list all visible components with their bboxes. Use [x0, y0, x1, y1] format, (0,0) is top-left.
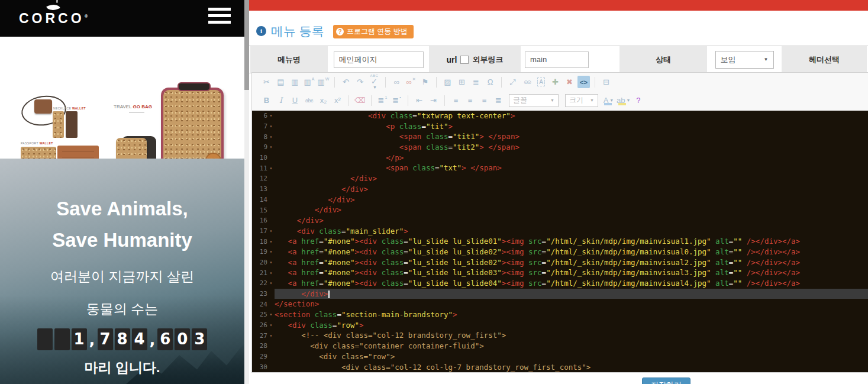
- code-line-9[interactable]: 9▾ <span class="tit2"> </span>: [252, 142, 868, 153]
- fold-arrow-icon[interactable]: ▾: [267, 166, 275, 171]
- code-line-15[interactable]: 15 </div>: [252, 205, 868, 215]
- special-character-icon[interactable]: Ω: [484, 76, 496, 88]
- cut-icon[interactable]: ✂: [260, 76, 273, 88]
- maximize-icon[interactable]: ⤢: [506, 76, 519, 88]
- print-icon[interactable]: ⊟: [600, 76, 612, 88]
- align-right-icon[interactable]: ≡: [478, 94, 491, 107]
- code-line-20[interactable]: 20▾ <a href="#none"><div class="lu_slide…: [252, 257, 868, 268]
- link-icon[interactable]: ∞: [391, 76, 403, 88]
- url-input[interactable]: [525, 51, 589, 68]
- external-link-checkbox[interactable]: [460, 56, 469, 64]
- code-line-13[interactable]: 13 </div>: [252, 184, 868, 195]
- undo-icon[interactable]: ↶: [340, 76, 352, 88]
- fold-arrow-icon[interactable]: ▾: [267, 113, 275, 118]
- program-link-help-button[interactable]: ? 프로그램 연동 방법: [333, 25, 414, 38]
- fold-arrow-icon[interactable]: ▾: [267, 270, 275, 276]
- status-label-cell: 상태: [618, 46, 708, 73]
- leather-wallet: [66, 111, 78, 138]
- code-line-30[interactable]: 30 <div class="col-12 col-lg-7 brandstor…: [252, 362, 868, 373]
- fold-arrow-icon[interactable]: ▾: [267, 333, 275, 338]
- underline-icon[interactable]: U: [289, 94, 301, 107]
- code-line-28[interactable]: 28 <div class="container container-fluid…: [252, 341, 868, 351]
- code-line-14[interactable]: 14 </div>: [252, 195, 868, 205]
- spellcheck-icon[interactable]: ABC✓▼: [368, 76, 380, 88]
- code-text: <a href="#none"><div class="lu_slide lu_…: [275, 267, 868, 278]
- paste-text-icon[interactable]: ▥A: [303, 76, 315, 88]
- code-line-7[interactable]: 7▾ <p class="tit">: [252, 121, 868, 132]
- menu-name-input[interactable]: [334, 51, 424, 68]
- remove-word-icon[interactable]: ✖: [563, 76, 576, 88]
- code-text: <!-- <div class="col-12 brandstory_row_f…: [275, 330, 868, 341]
- paste-word-icon[interactable]: ▥W: [317, 76, 330, 88]
- code-line-16[interactable]: 16 </div>: [252, 215, 868, 226]
- subscript-icon[interactable]: x₂: [317, 94, 330, 107]
- align-justify-icon[interactable]: ≣: [492, 94, 505, 107]
- code-line-18[interactable]: 18▾ <a href="#none"><div class="lu_slide…: [252, 236, 868, 247]
- font-select[interactable]: 글꼴▼: [509, 94, 559, 107]
- code-line-21[interactable]: 21▾ <a href="#none"><div class="lu_slide…: [252, 267, 868, 278]
- flag-icon[interactable]: ⚑: [419, 76, 431, 88]
- fold-arrow-icon[interactable]: ▾: [267, 134, 275, 140]
- fold-arrow-icon[interactable]: ▾: [267, 144, 275, 150]
- text-color-icon[interactable]: A▼: [602, 94, 615, 107]
- bulleted-list-icon[interactable]: ≣•: [391, 94, 403, 107]
- remove-format-icon[interactable]: ⌫: [354, 94, 366, 107]
- status-select[interactable]: 보임 ▼: [715, 51, 774, 69]
- corco-logo[interactable]: CORCO®: [19, 4, 88, 25]
- fold-arrow-icon[interactable]: ▾: [267, 124, 275, 129]
- code-line-8[interactable]: 8▾ <span class="tit1"> </span>: [252, 131, 868, 142]
- toolbar-separator: [334, 77, 335, 88]
- code-line-11[interactable]: 11▾ <span class="txt"> </span>: [252, 163, 868, 173]
- source-code-area[interactable]: 6▾ <div class="txtwrap text-center">7▾ <…: [252, 111, 868, 372]
- align-left-icon[interactable]: ≡: [450, 94, 462, 107]
- scrollbar-thumb[interactable]: [244, 0, 249, 90]
- redo-icon[interactable]: ↷: [354, 76, 366, 88]
- table-icon[interactable]: ⊞: [456, 76, 468, 88]
- code-line-12[interactable]: 12 </div>: [252, 173, 868, 184]
- fold-arrow-icon[interactable]: ▾: [267, 239, 275, 244]
- bold-icon[interactable]: B: [260, 94, 273, 107]
- superscript-icon[interactable]: x²: [331, 94, 344, 107]
- add-word-icon[interactable]: ✚: [549, 76, 562, 88]
- fold-arrow-icon[interactable]: ▾: [267, 249, 275, 254]
- help-icon[interactable]: ?: [632, 94, 644, 107]
- code-line-25[interactable]: 25▾<section class="section-main-brandsto…: [252, 309, 868, 320]
- align-center-icon[interactable]: ≡: [464, 94, 476, 107]
- strikethrough-icon[interactable]: abc: [303, 94, 315, 107]
- code-line-27[interactable]: 27▾ <!-- <div class="col-12 brandstory_r…: [252, 330, 868, 341]
- code-line-24[interactable]: 24</section>: [252, 299, 868, 309]
- fold-arrow-icon[interactable]: ▾: [267, 280, 275, 286]
- preview-scrollbar[interactable]: [244, 0, 249, 384]
- italic-icon[interactable]: I: [275, 94, 287, 107]
- fold-arrow-icon[interactable]: ▾: [267, 228, 275, 234]
- copy-icon[interactable]: ▤: [275, 76, 287, 88]
- code-line-26[interactable]: 26▾ <div class="row">: [252, 320, 868, 331]
- numbered-list-icon[interactable]: ≣1: [376, 94, 389, 107]
- cork-wallet: [53, 111, 64, 138]
- hamburger-menu-icon[interactable]: [208, 8, 231, 28]
- indent-icon[interactable]: ⇥: [427, 94, 440, 107]
- fold-arrow-icon[interactable]: ▾: [267, 322, 275, 328]
- code-line-19[interactable]: 19▾ <a href="#none"><div class="lu_slide…: [252, 247, 868, 257]
- source-icon[interactable]: <>: [577, 76, 590, 88]
- unlink-icon[interactable]: ∞✕: [405, 76, 417, 88]
- bg-color-icon[interactable]: ab▼: [617, 94, 630, 107]
- save-button[interactable]: 저장하기: [642, 377, 690, 384]
- horizontal-line-icon[interactable]: ≣: [470, 76, 482, 88]
- toolbar-separator: [595, 77, 595, 88]
- code-line-6[interactable]: 6▾ <div class="txtwrap text-center">: [252, 111, 868, 121]
- code-line-22[interactable]: 22▾ <a href="#none"><div class="lu_slide…: [252, 278, 868, 289]
- code-line-29[interactable]: 29 <div class="row">: [252, 351, 868, 362]
- code-line-23[interactable]: 23 </div>: [252, 289, 868, 299]
- size-select[interactable]: 크기▼: [565, 94, 598, 107]
- image-icon[interactable]: ▨: [441, 76, 454, 88]
- select-all-icon[interactable]: A: [535, 76, 547, 88]
- code-line-17[interactable]: 17▾ <div class="main_slider">: [252, 226, 868, 237]
- outdent-icon[interactable]: ⇤: [413, 94, 425, 107]
- line-number: 21: [252, 269, 267, 277]
- paste-icon[interactable]: ▥: [289, 76, 301, 88]
- find-replace-icon[interactable]: ⊙⊙: [521, 76, 533, 88]
- fold-arrow-icon[interactable]: ▾: [267, 312, 275, 317]
- code-line-10[interactable]: 10 </p>: [252, 153, 868, 163]
- fold-arrow-icon[interactable]: ▾: [267, 260, 275, 265]
